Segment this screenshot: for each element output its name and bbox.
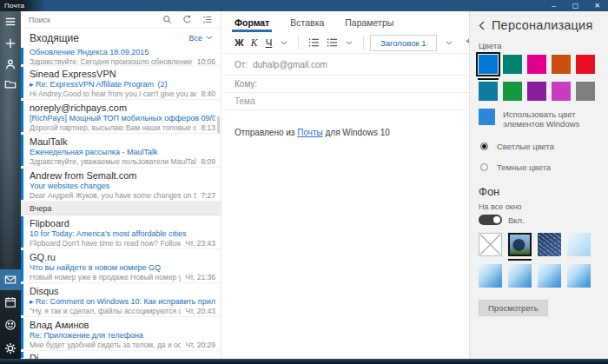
color-swatch[interactable] (576, 55, 595, 74)
dark-colors-option[interactable]: Темные цвета (480, 162, 608, 172)
email-list-item[interactable]: noreply@richpays.com[RichPays] Мощный ТО… (21, 100, 221, 134)
email-list-item[interactable]: Disqus▸ Re: Comment on Windows 10: Как и… (21, 283, 221, 317)
chevron-down-icon[interactable] (446, 41, 453, 45)
list-scrollbar-thumb[interactable] (217, 116, 220, 133)
toggle-on[interactable] (479, 215, 502, 225)
paragraph-style-selector[interactable]: Заголовок 1 (370, 35, 437, 51)
color-swatch[interactable] (552, 82, 571, 101)
menu-icon[interactable] (4, 16, 17, 28)
email-preview-row: "Ну, я так и сделал, файлы ассоциируются… (30, 307, 215, 316)
email-preview-row: Мне будет удобней сидеть за телом, да и … (30, 341, 215, 350)
list-toolbar-icons (162, 15, 212, 24)
email-list-item[interactable]: Sinead ExpressVPN▸ Re: ExpressVPN Affili… (21, 66, 221, 100)
tab-format[interactable]: Формат (235, 17, 269, 32)
search-bar[interactable]: Поиск (21, 11, 221, 29)
filter-all-dropdown[interactable]: Все (188, 34, 213, 43)
format-toolbar: Ж К Ч Заголовок 1 ↶ (221, 32, 469, 54)
unread-indicator (21, 352, 23, 358)
minimize-button[interactable]: – (543, 0, 565, 11)
bold-button[interactable]: Ж (232, 37, 247, 48)
color-swatch[interactable] (479, 55, 498, 74)
underline-button[interactable]: Ч (261, 37, 276, 48)
background-thumbnail-gradient-pale[interactable] (567, 233, 591, 256)
people-icon[interactable] (4, 58, 17, 70)
unread-indicator (21, 284, 23, 315)
calendar-icon[interactable] (4, 296, 17, 308)
from-field[interactable]: От: duhalp@gmail.com (221, 54, 469, 76)
light-colors-option[interactable]: Светлые цвета (480, 142, 608, 151)
email-list-item[interactable]: Влад АминовRe: Приложение для телефонаМн… (21, 317, 221, 351)
email-time: Чт, 20:43 (185, 307, 215, 316)
new-mail-icon[interactable] (4, 37, 17, 50)
background-thumbnail-photo[interactable] (508, 233, 532, 256)
email-time: 10:06 (197, 57, 215, 66)
email-preview-row: Здравствуйте. Сегодня произошло обновлен… (30, 57, 215, 66)
bullet-list-icon[interactable] (308, 37, 320, 48)
search-input[interactable]: Поиск (29, 16, 50, 24)
email-subject: [RichPays] Мощный ТОП мобильных офферов … (30, 114, 215, 123)
color-swatch[interactable] (527, 82, 546, 101)
email-sender: GQ.ru (30, 252, 215, 263)
tab-options[interactable]: Параметры (345, 17, 393, 32)
radio-label: Темные цвета (497, 162, 551, 172)
email-preview: Дорогой партнер, высылаю Вам наши топовы… (30, 123, 196, 133)
email-preview-row: Dear Андрей Жуков, you have some changes… (30, 191, 215, 201)
radio-unselected[interactable] (480, 163, 488, 171)
email-time: Чт, 20:29 (185, 341, 215, 350)
email-sender: Andrew from Semalt.com (30, 170, 215, 182)
mail-icon[interactable] (4, 274, 17, 286)
checkbox-checked[interactable] (479, 109, 495, 125)
radio-selected[interactable] (480, 142, 488, 150)
email-sender: MaulTalk (30, 136, 215, 148)
tab-insert[interactable]: Вставка (290, 17, 324, 32)
navigation-sidebar (0, 11, 21, 359)
email-subject: Еженедельная рассылка - MaulTalk (30, 148, 215, 157)
preview-button[interactable]: Просмотреть (479, 300, 548, 316)
background-thumbnail-gradient-blue[interactable] (567, 264, 591, 288)
feedback-smiley-icon[interactable] (4, 319, 17, 331)
chevron-down-icon[interactable] (346, 41, 353, 45)
back-chevron-icon[interactable] (479, 21, 486, 30)
color-swatch[interactable] (503, 82, 522, 101)
color-swatch[interactable] (479, 82, 498, 101)
email-list-item[interactable]: Di (21, 351, 221, 359)
unread-indicator (21, 169, 23, 200)
email-time: Чт, 23:43 (185, 239, 215, 248)
background-thumbnail-gradient-blue[interactable] (538, 264, 561, 288)
italic-button[interactable]: К (247, 37, 261, 48)
toolbar-divider (298, 36, 299, 50)
folders-icon[interactable] (4, 78, 17, 90)
email-list-item[interactable]: Обновление Яндекса 18.09.2015Здравствуйт… (21, 47, 221, 66)
chevron-down-icon (206, 36, 213, 40)
to-field[interactable]: Кому: (221, 76, 469, 93)
email-list-item[interactable]: GQ.ruЧто вы найдете в новом номере GQНов… (21, 249, 221, 283)
color-swatch[interactable] (503, 55, 522, 74)
use-windows-color-option[interactable]: Использовать цвет элементов Windows (479, 109, 608, 129)
email-list-item[interactable]: Andrew from Semalt.comYour websites chan… (21, 168, 221, 202)
close-button[interactable]: ✕ (586, 0, 608, 11)
sync-icon[interactable] (182, 15, 192, 24)
settings-gear-icon[interactable] (4, 342, 17, 354)
email-preview-row: Дорогой партнер, высылаю Вам наши топовы… (30, 123, 215, 133)
mail-app-link[interactable]: Почты (297, 128, 323, 137)
email-preview-row: Здравствуйте, уважаемые пользователи Mau… (30, 157, 215, 167)
numbered-list-icon[interactable] (327, 37, 338, 48)
subject-field[interactable]: Тема (221, 93, 469, 110)
background-thumbnail-none[interactable] (479, 233, 502, 256)
maximize-button[interactable]: ▢ (565, 0, 586, 11)
background-thumbnail-star-trails[interactable] (538, 233, 561, 256)
background-thumbnail-gradient-blue[interactable] (508, 264, 532, 288)
message-body[interactable]: Отправлено из Почты для Windows 10 (221, 110, 469, 155)
color-swatch[interactable] (576, 82, 595, 101)
color-swatch[interactable] (527, 55, 546, 74)
email-list-item[interactable]: Flipboard10 for Today: America's most af… (21, 215, 221, 249)
chevron-down-icon[interactable] (281, 41, 287, 45)
email-sender: noreply@richpays.com (30, 103, 215, 114)
select-mode-icon[interactable] (202, 15, 212, 24)
color-swatch[interactable] (552, 55, 571, 74)
email-subject: Что вы найдете в новом номере GQ (30, 263, 215, 273)
email-list-item[interactable]: MaulTalkЕженедельная рассылка - MaulTalk… (21, 134, 221, 168)
search-icon[interactable] (162, 15, 172, 24)
background-thumbnail-gradient-blue[interactable] (479, 264, 502, 288)
email-preview: Здравствуйте. Сегодня произошло обновлен… (30, 57, 193, 66)
